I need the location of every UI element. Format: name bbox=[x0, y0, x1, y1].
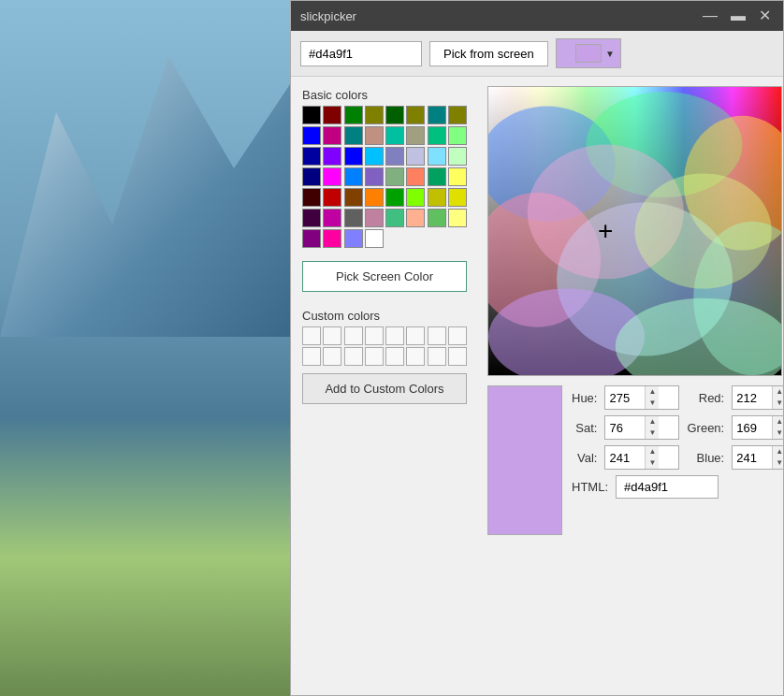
basic-color-cell[interactable] bbox=[302, 229, 321, 248]
basic-color-cell[interactable] bbox=[344, 126, 363, 145]
sat-spinner[interactable]: ▲ ▼ bbox=[604, 415, 679, 440]
custom-color-cell[interactable] bbox=[385, 347, 404, 366]
sat-input[interactable] bbox=[605, 419, 645, 437]
basic-color-cell[interactable] bbox=[323, 126, 341, 145]
pick-screen-color-button[interactable]: Pick Screen Color bbox=[302, 261, 467, 292]
basic-color-cell[interactable] bbox=[323, 147, 341, 166]
basic-color-cell[interactable] bbox=[385, 167, 404, 186]
basic-color-cell[interactable] bbox=[344, 209, 363, 227]
blue-down-button[interactable]: ▼ bbox=[773, 457, 783, 469]
basic-color-cell[interactable] bbox=[385, 209, 404, 227]
basic-color-cell[interactable] bbox=[448, 188, 467, 207]
red-spinner[interactable]: ▲ ▼ bbox=[732, 385, 783, 410]
basic-color-cell[interactable] bbox=[344, 188, 363, 207]
custom-color-cell[interactable] bbox=[302, 326, 321, 345]
basic-color-cell[interactable] bbox=[302, 167, 321, 186]
basic-color-cell[interactable] bbox=[365, 106, 384, 124]
val-spinner[interactable]: ▲ ▼ bbox=[604, 445, 679, 470]
color-map[interactable]: + bbox=[487, 86, 782, 376]
green-down-button[interactable]: ▼ bbox=[773, 428, 783, 439]
basic-color-cell[interactable] bbox=[448, 126, 467, 145]
color-preview-dropdown[interactable]: ▼ bbox=[556, 38, 621, 68]
basic-color-cell[interactable] bbox=[406, 147, 425, 166]
basic-color-cell[interactable] bbox=[406, 126, 425, 145]
basic-color-cell[interactable] bbox=[428, 147, 446, 166]
blue-input[interactable] bbox=[733, 449, 772, 467]
val-input[interactable] bbox=[605, 449, 645, 467]
custom-color-cell[interactable] bbox=[365, 347, 384, 366]
custom-color-cell[interactable] bbox=[385, 326, 404, 345]
basic-color-cell[interactable] bbox=[406, 188, 425, 207]
red-input[interactable] bbox=[733, 389, 772, 407]
custom-color-cell[interactable] bbox=[323, 326, 341, 345]
red-down-button[interactable]: ▼ bbox=[773, 398, 783, 409]
basic-color-cell[interactable] bbox=[344, 106, 363, 124]
custom-color-cell[interactable] bbox=[406, 326, 425, 345]
custom-color-cell[interactable] bbox=[365, 326, 384, 345]
hue-up-button[interactable]: ▲ bbox=[646, 386, 659, 398]
basic-color-cell[interactable] bbox=[385, 106, 404, 124]
basic-color-cell[interactable] bbox=[365, 126, 384, 145]
green-spinner[interactable]: ▲ ▼ bbox=[732, 415, 783, 440]
val-up-button[interactable]: ▲ bbox=[646, 446, 659, 457]
hex-input[interactable] bbox=[300, 41, 422, 66]
custom-color-cell[interactable] bbox=[428, 347, 446, 366]
basic-color-cell[interactable] bbox=[406, 167, 425, 186]
basic-color-cell[interactable] bbox=[428, 209, 446, 227]
basic-color-cell[interactable] bbox=[323, 106, 341, 124]
basic-color-cell[interactable] bbox=[302, 188, 321, 207]
basic-color-cell[interactable] bbox=[302, 147, 321, 166]
basic-color-cell[interactable] bbox=[302, 209, 321, 227]
basic-color-cell[interactable] bbox=[448, 147, 467, 166]
basic-color-cell[interactable] bbox=[406, 209, 425, 227]
green-up-button[interactable]: ▲ bbox=[773, 416, 783, 428]
custom-color-cell[interactable] bbox=[448, 326, 467, 345]
custom-color-cell[interactable] bbox=[448, 347, 467, 366]
custom-color-cell[interactable] bbox=[302, 347, 321, 366]
green-input[interactable] bbox=[733, 419, 772, 437]
val-down-button[interactable]: ▼ bbox=[646, 457, 659, 469]
basic-color-cell[interactable] bbox=[365, 167, 384, 186]
custom-color-cell[interactable] bbox=[406, 347, 425, 366]
basic-color-cell[interactable] bbox=[365, 147, 384, 166]
basic-color-cell[interactable] bbox=[385, 147, 404, 166]
custom-color-cell[interactable] bbox=[344, 326, 363, 345]
basic-color-cell[interactable] bbox=[448, 106, 467, 124]
basic-color-cell[interactable] bbox=[323, 188, 341, 207]
add-to-custom-colors-button[interactable]: Add to Custom Colors bbox=[302, 373, 467, 404]
basic-color-cell[interactable] bbox=[344, 167, 363, 186]
basic-color-cell[interactable] bbox=[428, 188, 446, 207]
hue-down-button[interactable]: ▼ bbox=[646, 398, 659, 409]
html-input[interactable] bbox=[616, 475, 719, 499]
custom-color-cell[interactable] bbox=[428, 326, 446, 345]
basic-color-cell[interactable] bbox=[365, 209, 384, 227]
sat-down-button[interactable]: ▼ bbox=[646, 428, 659, 439]
hue-input[interactable] bbox=[605, 389, 645, 407]
minimize-button[interactable]: — bbox=[700, 8, 720, 23]
custom-color-cell[interactable] bbox=[344, 347, 363, 366]
basic-color-cell[interactable] bbox=[323, 209, 341, 227]
blue-spinner[interactable]: ▲ ▼ bbox=[732, 445, 783, 470]
basic-color-cell[interactable] bbox=[448, 167, 467, 186]
basic-color-cell[interactable] bbox=[428, 167, 446, 186]
pick-from-screen-button[interactable]: Pick from screen bbox=[429, 41, 548, 66]
maximize-button[interactable]: ▬ bbox=[728, 8, 748, 23]
blue-up-button[interactable]: ▲ bbox=[773, 446, 783, 457]
basic-color-cell[interactable] bbox=[448, 209, 467, 227]
basic-color-cell[interactable] bbox=[406, 106, 425, 124]
basic-color-cell[interactable] bbox=[302, 126, 321, 145]
basic-color-cell[interactable] bbox=[385, 188, 404, 207]
basic-color-cell[interactable] bbox=[302, 106, 321, 124]
hue-spinner[interactable]: ▲ ▼ bbox=[604, 385, 679, 410]
basic-color-cell[interactable] bbox=[428, 126, 446, 145]
basic-color-cell[interactable] bbox=[344, 229, 363, 248]
basic-color-cell[interactable] bbox=[385, 126, 404, 145]
red-up-button[interactable]: ▲ bbox=[773, 386, 783, 398]
custom-color-cell[interactable] bbox=[323, 347, 341, 366]
sat-up-button[interactable]: ▲ bbox=[646, 416, 659, 428]
basic-color-cell[interactable] bbox=[344, 147, 363, 166]
basic-color-cell[interactable] bbox=[365, 188, 384, 207]
basic-color-cell[interactable] bbox=[323, 167, 341, 186]
close-button[interactable]: ✕ bbox=[756, 8, 774, 23]
basic-color-cell[interactable] bbox=[365, 229, 384, 248]
